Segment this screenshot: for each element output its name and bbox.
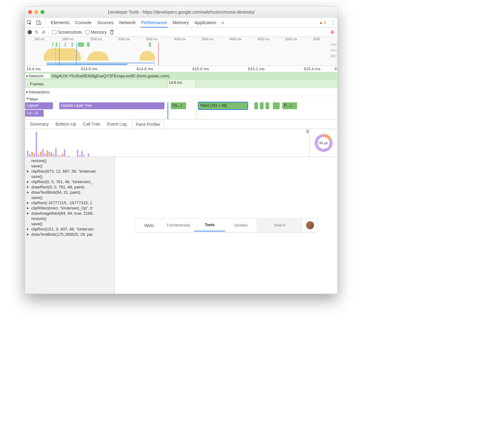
more-tabs-icon[interactable]: » bbox=[221, 20, 224, 25]
memory-label: Memory bbox=[91, 30, 107, 35]
paint-log-line[interactable]: save() bbox=[26, 195, 114, 200]
bar bbox=[42, 149, 44, 157]
bar bbox=[88, 153, 89, 157]
row-interactions[interactable]: Interactions bbox=[25, 88, 337, 96]
details-tabs: Summary Bottom-Up Call Tree Event Log Pa… bbox=[25, 119, 337, 129]
tab-application[interactable]: Application bbox=[194, 20, 217, 25]
paint-log-line[interactable]: clipRect(0, 0, 761, 48, "kIntersect_ bbox=[26, 179, 114, 184]
paint-preview: Web Fundamentals Tools Updates Search bbox=[115, 157, 337, 294]
paint-log-line[interactable]: restore() bbox=[26, 216, 114, 221]
event-layout[interactable]: Layout bbox=[25, 102, 53, 109]
tab-network[interactable]: Network bbox=[119, 20, 136, 25]
inspect-icon[interactable] bbox=[27, 20, 32, 25]
paint-log-line[interactable]: drawTextBlob(175.265625, 29, pai bbox=[26, 232, 114, 237]
tab-bottom-up[interactable]: Bottom-Up bbox=[54, 120, 77, 128]
memory-checkbox[interactable]: Memory bbox=[85, 30, 107, 35]
tab-memory[interactable]: Memory bbox=[172, 20, 189, 25]
donut-total: 60 µs bbox=[319, 141, 328, 145]
scroll-thumb[interactable] bbox=[306, 130, 309, 133]
paint-log-line[interactable]: clipRect(673, 12, 697, 36, "kIntersec bbox=[26, 169, 114, 174]
event-chunk[interactable] bbox=[265, 102, 269, 109]
tab-call-tree[interactable]: Call Tree bbox=[82, 120, 102, 128]
bar bbox=[57, 155, 59, 157]
paint-log-line[interactable]: drawImageRect(64, 64, true, 2188, bbox=[26, 211, 114, 216]
bar bbox=[79, 155, 81, 157]
bar bbox=[81, 151, 83, 157]
svg-point-3 bbox=[332, 31, 333, 33]
paint-log-line[interactable]: drawRect(0, 0, 761, 48, paint) bbox=[26, 184, 114, 190]
separator bbox=[49, 29, 49, 35]
bar bbox=[29, 154, 31, 157]
bar bbox=[64, 149, 65, 157]
tab-performance[interactable]: Performance bbox=[141, 20, 168, 28]
scroll-thumb[interactable] bbox=[335, 67, 337, 70]
event-layout-nested[interactable]: La…ut bbox=[25, 110, 44, 117]
devtools-window: Developer Tools - https://developers.goo… bbox=[25, 6, 338, 294]
screenshots-checkbox[interactable]: Screenshots bbox=[52, 30, 82, 35]
profiler-split: restore()save()clipRect(673, 12, 697, 36… bbox=[25, 157, 337, 294]
device-icon[interactable] bbox=[36, 20, 41, 25]
bar bbox=[51, 153, 52, 157]
time-cursor bbox=[168, 102, 168, 119]
bar bbox=[55, 148, 57, 157]
titlebar: Developer Tools - https://developers.goo… bbox=[25, 6, 337, 18]
profiler-bars bbox=[25, 129, 309, 157]
warning-count: 2 bbox=[324, 20, 326, 25]
event-chunk[interactable] bbox=[273, 102, 280, 109]
bar bbox=[46, 150, 48, 157]
paint-log-line[interactable]: restore() bbox=[26, 158, 114, 163]
timeline-overview[interactable]: 500 ms 1000 ms 1500 ms 2000 ms 2500 ms 3… bbox=[25, 37, 337, 66]
event-paint-selected[interactable]: Paint (761 × 48) bbox=[199, 102, 247, 109]
paint-profiler-chart[interactable]: 60 µs bbox=[25, 129, 337, 157]
bar bbox=[49, 152, 50, 157]
event-paint-small[interactable]: Pa…) bbox=[171, 102, 186, 109]
bar bbox=[38, 154, 39, 157]
record-button[interactable] bbox=[28, 30, 32, 34]
paint-command-log[interactable]: restore()save()clipRect(673, 12, 697, 36… bbox=[25, 157, 115, 294]
row-main-header[interactable]: Main bbox=[25, 96, 337, 102]
preview-search[interactable]: Search bbox=[256, 218, 303, 232]
avatar[interactable] bbox=[306, 221, 314, 229]
network-request-label: :S6g4U3t-Y5UEw0lE80llgEseQY3FEmqw.woff2 … bbox=[50, 74, 169, 78]
paint-log-line[interactable]: clipRRect(rrect, "kIntersect_Op", tr bbox=[26, 205, 114, 211]
flamechart[interactable]: 14.4 ms 614.6 ms 614.8 ms 615.0 ms 615.2… bbox=[25, 66, 337, 119]
event-chunk[interactable] bbox=[254, 102, 258, 109]
paint-log-line[interactable]: save() bbox=[26, 221, 114, 226]
tab-console[interactable]: Console bbox=[74, 20, 92, 25]
bar bbox=[27, 150, 28, 157]
clear-button[interactable]: ⊘ bbox=[42, 30, 46, 35]
warnings-badge[interactable]: ▲ 2 bbox=[319, 20, 326, 25]
paint-log-line[interactable]: clipRect(-16777215, -16777215, 1 bbox=[26, 200, 114, 205]
bar bbox=[83, 155, 85, 157]
event-chunk[interactable] bbox=[260, 102, 264, 109]
kebab-menu-icon[interactable]: ⋮ bbox=[330, 19, 335, 25]
preview-link-updates[interactable]: Updates bbox=[225, 223, 256, 227]
tab-summary[interactable]: Summary bbox=[29, 120, 50, 128]
row-network[interactable]: Network :S6g4U3t-Y5UEw0lE80llgEseQY3FEmq… bbox=[25, 72, 337, 80]
tab-sources[interactable]: Sources bbox=[97, 20, 114, 25]
preview-navbar: Web Fundamentals Tools Updates Search bbox=[135, 218, 317, 232]
preview-link-tools[interactable]: Tools bbox=[194, 223, 225, 231]
event-update-layer-tree[interactable]: Update Layer Tree bbox=[59, 102, 164, 109]
tab-paint-profiler[interactable]: Paint Profiler bbox=[132, 120, 164, 129]
tab-elements[interactable]: Elements bbox=[50, 20, 70, 25]
settings-icon[interactable] bbox=[330, 30, 335, 35]
panel-tabs: Elements Console Sources Network Perform… bbox=[25, 18, 337, 28]
detail-ticks: 14.4 ms 614.6 ms 614.8 ms 615.0 ms 615.2… bbox=[25, 66, 337, 72]
paint-log-line[interactable]: clipRect(151, 0, 437, 48, "kIntersec bbox=[26, 226, 114, 232]
profiler-donut: 60 µs bbox=[309, 129, 337, 157]
screenshots-label: Screenshots bbox=[58, 30, 82, 35]
reload-button[interactable]: ↻ bbox=[35, 30, 39, 35]
bar bbox=[59, 156, 61, 157]
row-frames[interactable]: Frames 14.8 ms bbox=[25, 80, 337, 88]
frame-boundary bbox=[196, 102, 196, 119]
tab-event-log[interactable]: Event Log bbox=[106, 120, 128, 128]
paint-log-line[interactable]: save() bbox=[26, 163, 114, 169]
paint-log-line[interactable]: drawTextBlob(64, 31, paint) bbox=[26, 190, 114, 195]
trash-icon[interactable] bbox=[110, 30, 114, 35]
preview-link-fundamentals[interactable]: Fundamentals bbox=[163, 223, 194, 227]
overview-lane-labels: FPSCPUNET bbox=[330, 42, 337, 59]
window-title: Developer Tools - https://developers.goo… bbox=[25, 10, 337, 15]
event-paint-tail[interactable]: P…) bbox=[282, 102, 297, 109]
paint-log-line[interactable]: save() bbox=[26, 174, 114, 179]
